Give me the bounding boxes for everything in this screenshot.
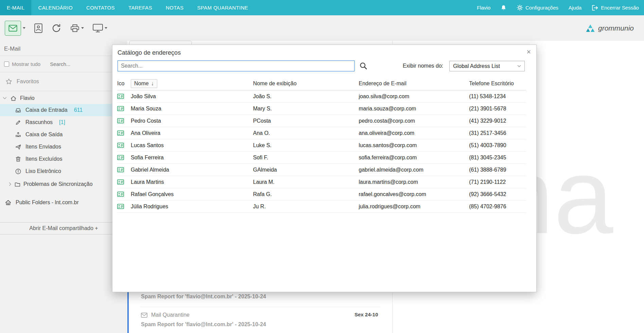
- chevron-down-icon[interactable]: [3, 97, 7, 100]
- show-all-label: Mostrar tudo: [12, 61, 40, 67]
- toolbar: grommunio: [0, 15, 644, 41]
- new-mail-button[interactable]: [5, 21, 21, 36]
- trash-icon: [15, 156, 21, 162]
- folder-itens-enviados[interactable]: Itens Enviados: [0, 141, 127, 153]
- nav-logout[interactable]: Encerrar Sessão: [592, 5, 639, 11]
- top-navigation: E-MAIL CALENDÁRIO CONTATOS TAREFAS NOTAS…: [0, 0, 644, 15]
- address-book-search-input[interactable]: [118, 60, 355, 71]
- folder-itens-excluidos[interactable]: Itens Excluídos: [0, 153, 127, 165]
- column-name-sort-button[interactable]: Nome ↓: [131, 79, 157, 88]
- nav-tab-tarefas[interactable]: TAREFAS: [122, 0, 159, 15]
- search-icon[interactable]: [359, 62, 368, 71]
- sent-plane-icon: [15, 144, 21, 150]
- folder-icon: [14, 181, 21, 188]
- folder-search-input[interactable]: [49, 61, 105, 67]
- contact-row[interactable]: Laura MartinsLaura M.laura.martins@corp.…: [117, 176, 526, 188]
- contact-row[interactable]: Júlia RodriguesJu R.julia.rodrigues@corp…: [117, 200, 526, 213]
- view-dropdown-caret-icon[interactable]: [105, 27, 107, 29]
- column-email: Endereço de E-mail: [359, 81, 469, 87]
- nav-tab-spam-quarantine[interactable]: SPAM QUARANTINE: [191, 0, 255, 15]
- contact-card-icon: [117, 179, 131, 185]
- contact-table-header: Ico Nome ↓ Nome de exibição Endereço de …: [117, 78, 526, 89]
- column-phone: Telefone Escritório: [469, 81, 526, 87]
- folder-problemas-de-sincronizacao[interactable]: Problemas de Sincronização: [0, 177, 127, 191]
- contact-card-icon: [117, 155, 131, 160]
- nav-tab-contatos[interactable]: CONTATOS: [79, 0, 122, 15]
- contact-row[interactable]: Rafael GonçalvesRafa G.rafael.goncalves@…: [117, 188, 526, 200]
- outbox-icon: [15, 132, 21, 138]
- unread-indicator: [127, 307, 129, 333]
- contact-card-icon: [117, 94, 131, 99]
- contact-row[interactable]: Sofia FerreiraSofi F.sofia.ferreira@corp…: [117, 152, 526, 164]
- folder-lixo-eletronico[interactable]: Lixo Eletrônico: [0, 165, 127, 177]
- chevron-right-icon[interactable]: [9, 182, 12, 186]
- contact-card-icon: [117, 106, 131, 111]
- address-book-dialog: Catálogo de endereços × Exibir nomes do:…: [112, 45, 537, 292]
- grommunio-logo-text: grommunio: [598, 24, 634, 32]
- nav-tab-email[interactable]: E-MAIL: [0, 0, 31, 15]
- contact-row[interactable]: Ana OliveiraAna O.ana.oliveira@corp.com(…: [117, 127, 526, 139]
- column-icon: Ico: [117, 81, 131, 87]
- close-icon[interactable]: ×: [525, 47, 532, 57]
- mail-subject: Spam Report for 'flavio@lnt.com.br' - 20…: [141, 321, 266, 328]
- nav-settings[interactable]: Configurações: [517, 4, 558, 11]
- public-folders-root[interactable]: Public Folders - lnt.com.br: [0, 196, 127, 209]
- folder-caixa-de-entrada[interactable]: Caixa de Entrada 611: [0, 104, 127, 116]
- new-mail-envelope-icon: [8, 25, 17, 32]
- show-all-checkbox[interactable]: [4, 62, 9, 67]
- unread-count-badge: 611: [74, 107, 83, 113]
- inbox-icon: [15, 107, 21, 113]
- favorites-section[interactable]: Favoritos: [0, 72, 127, 91]
- mail-sender: Mail Quarantine: [151, 312, 190, 318]
- envelope-icon: [141, 313, 147, 318]
- refresh-button[interactable]: [51, 23, 61, 33]
- folder-rascunhos[interactable]: Rascunhos [1]: [0, 116, 127, 128]
- mail-date: Sex 24-10: [355, 312, 378, 317]
- folder-caixa-de-saida[interactable]: Caixa de Saída: [0, 128, 127, 141]
- contact-card-icon: [117, 143, 131, 148]
- contact-card-icon: [117, 130, 131, 136]
- contact-card-icon: [34, 23, 42, 33]
- nav-tab-calendario[interactable]: CALENDÁRIO: [31, 0, 79, 15]
- sort-descending-icon: ↓: [151, 81, 154, 87]
- contact-card-icon: [117, 167, 131, 172]
- folder-sidebar: E-Mail Mostrar tudo Favoritos Flavio Cai…: [0, 41, 127, 333]
- print-dropdown-caret-icon[interactable]: [81, 27, 84, 29]
- draft-count-badge: [1]: [59, 119, 65, 125]
- contact-row[interactable]: João SilvaJoão S.joao.silva@corp.com(11)…: [117, 90, 526, 103]
- view-mode-button[interactable]: [93, 24, 107, 33]
- open-shared-mail-button[interactable]: Abrir E-Mail compartilhado +: [0, 222, 127, 234]
- star-icon: [5, 78, 12, 85]
- mail-list-item[interactable]: Mail Quarantine Sex 24-10 Spam Report fo…: [127, 307, 392, 333]
- contact-row[interactable]: Maria SouzaMary S.maria.souza@corp.com(2…: [117, 103, 526, 115]
- address-book-button[interactable]: [34, 23, 42, 33]
- mailbox-root-flavio[interactable]: Flavio: [0, 92, 127, 104]
- nav-right-group: Flavio Configurações Ajuda Encerrar Sess…: [477, 0, 639, 15]
- contact-row[interactable]: Lucas SantosLuke S.lucas.santos@corp.com…: [117, 139, 526, 152]
- column-display-name: Nome de exibição: [253, 81, 359, 87]
- sidebar-header: E-Mail: [0, 41, 127, 56]
- printer-icon: [70, 24, 79, 33]
- print-button[interactable]: [70, 24, 84, 33]
- dialog-title: Catálogo de endereços: [118, 49, 181, 56]
- gear-icon: [517, 4, 523, 11]
- address-list-select[interactable]: Global Address List: [449, 61, 525, 71]
- monitor-icon: [93, 24, 103, 33]
- chevron-down-icon: [517, 65, 521, 67]
- contact-card-icon: [117, 204, 131, 209]
- contact-row[interactable]: Pedro CostaPCostapedro.costa@corp.com(41…: [117, 115, 526, 127]
- logout-icon: [592, 5, 598, 11]
- contact-card-icon: [117, 192, 131, 197]
- nav-tab-notas[interactable]: NOTAS: [159, 0, 191, 15]
- new-mail-dropdown-caret-icon[interactable]: [23, 27, 25, 29]
- contact-card-icon: [117, 118, 131, 123]
- notifications-bell-icon[interactable]: [501, 5, 506, 11]
- nav-help[interactable]: Ajuda: [569, 5, 582, 11]
- contact-row[interactable]: Gabriel AlmeidaGAlmeidagabriel.almeida@c…: [117, 164, 526, 176]
- grommunio-logo: grommunio: [586, 24, 639, 32]
- nav-user[interactable]: Flavio: [477, 5, 490, 11]
- contact-table-body: João SilvaJoão S.joao.silva@corp.com(11)…: [117, 90, 526, 213]
- home-icon: [10, 95, 17, 102]
- filter-label: Exibir nomes do:: [403, 63, 443, 69]
- grommunio-logo-icon: [586, 24, 595, 32]
